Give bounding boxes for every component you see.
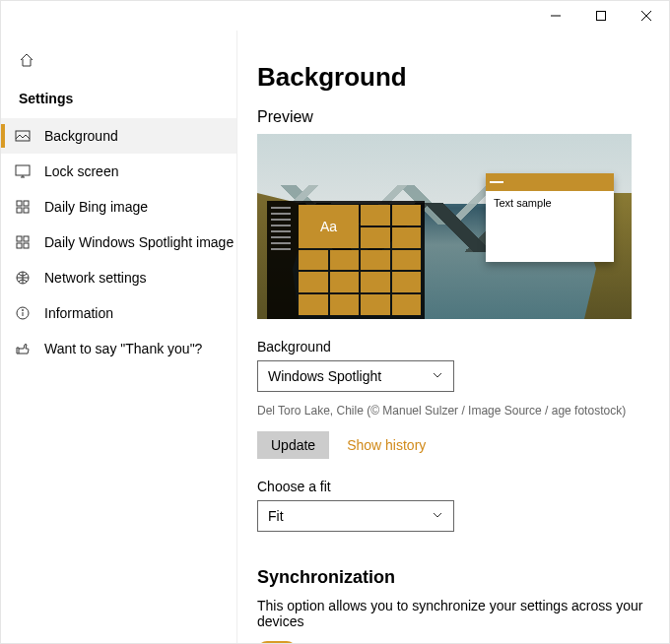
sidebar-item-lock-screen[interactable]: Lock screen: [1, 154, 236, 189]
grid-icon: [15, 234, 31, 250]
thumbs-up-icon: [15, 341, 31, 356]
sidebar-item-background[interactable]: Background: [1, 118, 236, 154]
background-preview: Aa Text sample: [257, 134, 632, 319]
info-icon: [15, 305, 31, 321]
svg-rect-12: [17, 243, 22, 248]
svg-rect-1: [597, 12, 606, 21]
svg-rect-6: [17, 201, 22, 206]
svg-rect-9: [24, 208, 29, 213]
preview-start-menu: Aa: [267, 201, 425, 319]
svg-rect-13: [24, 243, 29, 248]
sidebar-item-label: Daily Windows Spotlight image: [44, 234, 234, 250]
sidebar: Settings Background Lock screen Daily Bi…: [1, 31, 237, 643]
svg-rect-10: [17, 236, 22, 241]
page-title: Background: [257, 62, 649, 93]
image-caption: Del Toro Lake, Chile (© Manuel Sulzer / …: [257, 404, 649, 418]
main-content: Background Preview Aa: [237, 31, 669, 643]
picture-icon: [15, 128, 31, 144]
sidebar-item-label: Network settings: [44, 270, 146, 286]
sidebar-item-label: Lock screen: [44, 163, 118, 179]
preview-heading: Preview: [257, 108, 649, 126]
sidebar-item-daily-bing[interactable]: Daily Bing image: [1, 189, 236, 225]
home-button[interactable]: [1, 48, 236, 85]
sidebar-item-label: Daily Bing image: [44, 199, 148, 215]
globe-icon: [15, 270, 31, 286]
minimize-button[interactable]: [533, 1, 578, 31]
svg-rect-4: [16, 131, 30, 141]
show-history-link[interactable]: Show history: [347, 437, 426, 453]
titlebar: [1, 1, 669, 31]
chevron-down-icon: [432, 508, 443, 524]
home-icon: [19, 52, 34, 68]
toggle-track: [257, 641, 297, 643]
close-button[interactable]: [624, 1, 669, 31]
update-button[interactable]: Update: [257, 431, 329, 459]
fit-select-value: Fit: [268, 508, 284, 524]
sidebar-item-label: Background: [44, 128, 118, 144]
preview-sample-text: Text sample: [486, 191, 614, 215]
sidebar-item-label: Information: [44, 305, 113, 321]
svg-point-17: [23, 310, 24, 311]
svg-rect-7: [24, 201, 29, 206]
sync-toggle[interactable]: On: [257, 641, 325, 643]
sidebar-heading: Settings: [1, 85, 236, 118]
preview-tile-text: Aa: [299, 205, 359, 248]
maximize-button[interactable]: [578, 1, 624, 31]
chevron-down-icon: [432, 368, 443, 384]
sync-heading: Synchronization: [257, 567, 649, 588]
fit-select-label: Choose a fit: [257, 479, 649, 494]
background-select-value: Windows Spotlight: [268, 368, 381, 384]
fit-select[interactable]: Fit: [257, 500, 454, 532]
sync-description: This option allows you to synchronize yo…: [257, 598, 649, 629]
sidebar-item-thank-you[interactable]: Want to say "Thank you"?: [1, 331, 236, 366]
background-select-label: Background: [257, 339, 649, 354]
svg-rect-5: [16, 165, 30, 175]
sidebar-item-label: Want to say "Thank you"?: [44, 341, 202, 356]
sidebar-item-network[interactable]: Network settings: [1, 260, 236, 295]
grid-icon: [15, 199, 31, 215]
svg-rect-8: [17, 208, 22, 213]
preview-sample-window: Text sample: [486, 173, 614, 262]
monitor-icon: [15, 163, 31, 179]
background-select[interactable]: Windows Spotlight: [257, 360, 454, 392]
sidebar-item-daily-spotlight[interactable]: Daily Windows Spotlight image: [1, 225, 236, 260]
sidebar-item-info[interactable]: Information: [1, 295, 236, 331]
svg-rect-11: [24, 236, 29, 241]
